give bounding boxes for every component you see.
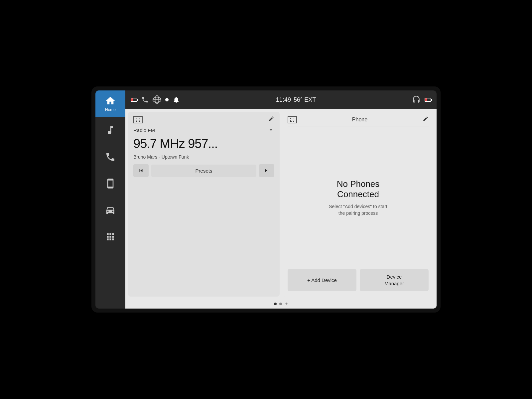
phone-edit-icon[interactable] [423,116,429,123]
phone-icon [105,152,116,162]
radio-song: Bruno Mars - Uptown Funk [133,154,274,160]
radio-controls: Presets [133,164,274,177]
prev-track-button[interactable] [133,164,149,177]
page-dots: + [125,299,437,309]
battery-fill-left [131,98,133,101]
page-dot-1[interactable] [274,303,277,305]
status-bar-right [412,95,431,104]
sidebar: Home [95,90,125,309]
radio-source-row: Radio FM [133,127,274,133]
phone-title: Phone [297,117,423,123]
status-bar-center: 11:49 56° EXT [185,96,407,103]
screen-bezel: Home [91,86,441,313]
sidebar-item-music[interactable] [95,117,125,144]
radio-tile-header [133,116,274,123]
radio-tile: Radio FM 95.7 MHz 957... Bruno Mars - Up… [128,112,280,297]
no-phones-subtitle: Select "Add devices" to startthe pairing… [329,203,387,216]
phone-expand-corners-icon [290,117,295,122]
screen-inner: Home [95,90,437,309]
battery-left [131,98,137,102]
phone-buttons: + Add Device DeviceManager [288,269,429,293]
no-phones-section: No PhonesConnected Select "Add devices" … [288,130,429,266]
car-icon [105,205,116,215]
battery-right [425,98,431,102]
next-track-button[interactable] [259,164,274,177]
battery-fill-right [425,98,427,101]
phone-title-row: Phone [288,116,429,126]
grid-icon [105,231,116,242]
music-icon [105,125,116,136]
status-phone-icon [141,96,149,103]
sidebar-item-apps[interactable] [95,223,125,250]
add-page-button[interactable]: + [285,301,288,307]
skip-prev-icon [138,168,144,174]
headphone-right-icon [412,95,421,104]
status-bar-left [131,95,180,104]
status-bar: 11:49 56° EXT [125,90,437,109]
radio-source-label: Radio FM [133,127,155,133]
skip-next-icon [264,168,270,174]
radio-frequency: 95.7 MHz 957... [133,137,274,151]
bell-icon [173,96,180,103]
dropdown-chevron-icon[interactable] [268,127,274,133]
page-dot-2[interactable] [279,303,282,305]
tiles-row: Radio FM 95.7 MHz 957... Bruno Mars - Up… [125,109,437,299]
expand-corners-icon [135,117,141,122]
sidebar-item-car[interactable] [95,197,125,223]
sidebar-home-label: Home [105,107,116,112]
notification-dot [165,98,169,101]
home-icon [105,95,116,106]
sidebar-item-phone[interactable] [95,144,125,170]
phone-pencil-icon [423,116,429,122]
phone-tile: Phone No PhonesConnected Select "Add dev… [282,112,434,297]
pencil-icon [268,116,274,122]
sidebar-item-mobile[interactable] [95,170,125,197]
mobile-icon [105,178,116,189]
status-time: 11:49 [276,96,291,103]
device-manager-button[interactable]: DeviceManager [360,269,429,291]
status-logo-icon [153,95,161,104]
phone-expand-icon[interactable] [288,116,297,123]
radio-expand-icon[interactable] [133,116,143,123]
status-temp: 56° EXT [294,96,316,103]
sidebar-item-home[interactable]: Home [95,90,125,117]
radio-edit-icon[interactable] [268,116,274,123]
main-area: 11:49 56° EXT [125,90,437,309]
presets-button[interactable]: Presets [151,165,256,177]
content-area: Radio FM 95.7 MHz 957... Bruno Mars - Up… [125,109,437,309]
add-device-button[interactable]: + Add Device [288,269,356,291]
no-phones-title: No PhonesConnected [337,179,380,200]
